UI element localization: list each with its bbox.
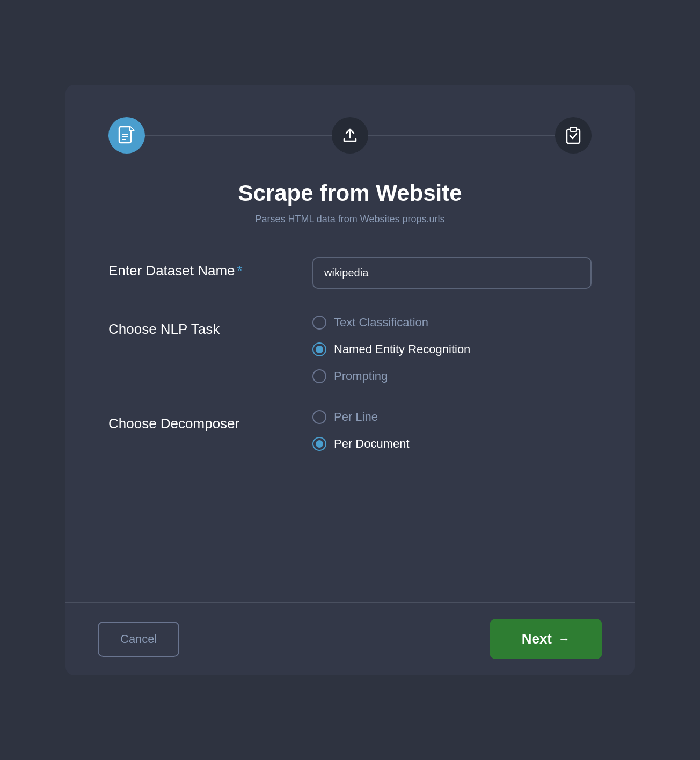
- decomposer-radio-group: Per Line Per Document: [312, 410, 592, 451]
- nlp-option-ner[interactable]: Named Entity Recognition: [312, 342, 592, 356]
- radio-outer-prompting: [312, 369, 326, 383]
- nlp-task-label: Choose NLP Task: [108, 316, 312, 338]
- next-arrow-icon: →: [558, 632, 570, 646]
- radio-inner-ner: [316, 346, 323, 353]
- required-star: *: [237, 262, 243, 279]
- upload-icon: [341, 126, 359, 144]
- step-2-upload: [332, 117, 368, 154]
- dataset-name-row: Enter Dataset Name*: [108, 257, 592, 289]
- step-1-document: [108, 117, 145, 154]
- page-subtitle: Parses HTML data from Websites props.url…: [108, 214, 592, 225]
- decomposer-option-per-document[interactable]: Per Document: [312, 437, 592, 451]
- nlp-task-row: Choose NLP Task Text Classification Name…: [108, 316, 592, 383]
- radio-label-prompting: Prompting: [334, 369, 388, 383]
- decomposer-row: Choose Decomposer Per Line Per Document: [108, 410, 592, 451]
- nlp-option-prompting[interactable]: Prompting: [312, 369, 592, 383]
- nlp-option-text-classification[interactable]: Text Classification: [312, 316, 592, 330]
- radio-label-ner: Named Entity Recognition: [334, 342, 470, 356]
- cancel-button[interactable]: Cancel: [98, 622, 179, 657]
- main-modal: Scrape from Website Parses HTML data fro…: [65, 85, 635, 675]
- decomposer-label: Choose Decomposer: [108, 410, 312, 432]
- radio-label-text-classification: Text Classification: [334, 316, 428, 330]
- modal-body: Scrape from Website Parses HTML data fro…: [65, 85, 635, 602]
- document-icon: [118, 126, 135, 145]
- nlp-radio-group: Text Classification Named Entity Recogni…: [312, 316, 592, 383]
- page-title: Scrape from Website: [108, 180, 592, 206]
- radio-outer-per-document: [312, 437, 326, 451]
- decomposer-control: Per Line Per Document: [312, 410, 592, 451]
- title-section: Scrape from Website Parses HTML data fro…: [108, 180, 592, 225]
- radio-inner-per-document: [316, 440, 323, 448]
- radio-label-per-document: Per Document: [334, 437, 410, 451]
- radio-label-per-line: Per Line: [334, 410, 378, 424]
- decomposer-option-per-line[interactable]: Per Line: [312, 410, 592, 424]
- nlp-task-control: Text Classification Named Entity Recogni…: [312, 316, 592, 383]
- svg-rect-5: [570, 127, 577, 131]
- step-3-clipboard: [555, 117, 592, 154]
- dataset-label: Enter Dataset Name*: [108, 257, 312, 279]
- dataset-name-input[interactable]: [312, 257, 592, 289]
- next-button[interactable]: Next →: [490, 619, 602, 659]
- modal-footer: Cancel Next →: [65, 603, 635, 675]
- radio-outer-text-classification: [312, 316, 326, 330]
- stepper: [108, 117, 592, 154]
- dataset-control: [312, 257, 592, 289]
- next-label: Next: [522, 631, 552, 647]
- clipboard-icon: [565, 126, 582, 144]
- radio-outer-ner: [312, 342, 326, 356]
- radio-outer-per-line: [312, 410, 326, 424]
